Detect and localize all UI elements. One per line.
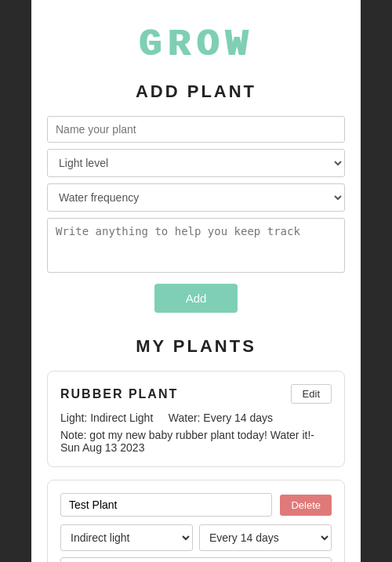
add-plant-button[interactable]: Add (154, 284, 238, 313)
my-plants-title: MY PLANTS (47, 336, 345, 357)
add-plant-form: Light level Direct light Indirect light … (47, 116, 345, 313)
plant-card: RUBBER PLANT Edit Light: Indirect Light … (47, 371, 345, 467)
edit-card-header: Delete (60, 493, 332, 517)
notes-input[interactable] (47, 218, 345, 273)
add-plant-title: ADD PLANT (47, 82, 345, 102)
app-logo: GROW (47, 24, 345, 66)
light-level-select[interactable]: Light level Direct light Indirect light … (47, 149, 345, 177)
water-frequency-select[interactable]: Water frequency Every 3 days Every 7 day… (47, 183, 345, 212)
delete-button[interactable]: Delete (280, 495, 332, 516)
app-container: GROW ADD PLANT Light level Direct light … (31, 0, 361, 562)
edit-plant-name-input[interactable] (60, 493, 272, 517)
plant-note: Note: got my new baby rubber plant today… (60, 429, 332, 454)
plant-card-header: RUBBER PLANT Edit (60, 384, 332, 404)
plant-name: RUBBER PLANT (60, 387, 178, 401)
edit-note-input[interactable]: Got this new plant today! - Sun Aug 13 2… (60, 557, 332, 562)
plant-info-light-water: Light: Indirect Light Water: Every 14 da… (60, 412, 332, 424)
edit-button[interactable]: Edit (291, 384, 332, 404)
my-plants-section: MY PLANTS RUBBER PLANT Edit Light: Indir… (47, 336, 345, 562)
edit-selects: Light level Direct light Indirect light … (60, 524, 332, 551)
edit-water-select[interactable]: Water frequency Every 3 days Every 7 day… (199, 524, 332, 551)
edit-light-select[interactable]: Light level Direct light Indirect light … (60, 524, 193, 551)
edit-card: Delete Light level Direct light Indirect… (47, 480, 345, 562)
plant-name-input[interactable] (47, 116, 345, 143)
